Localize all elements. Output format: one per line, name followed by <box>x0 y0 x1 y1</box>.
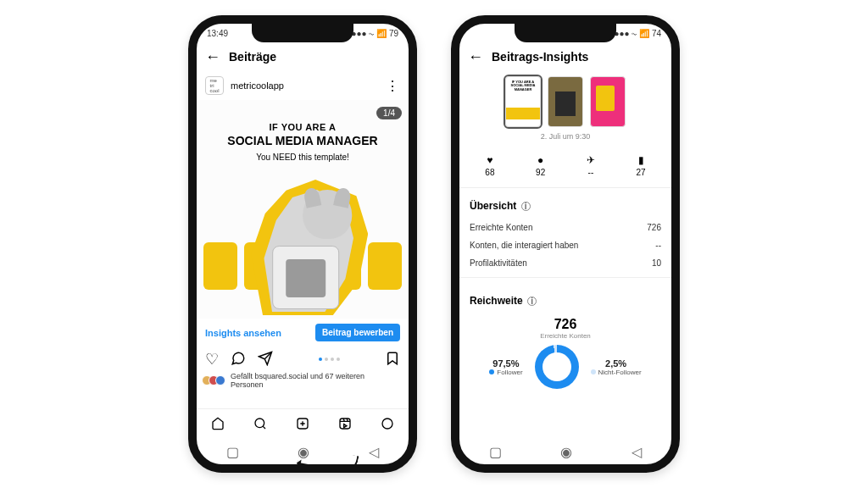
nav-recent-icon[interactable]: ▢ <box>489 444 502 460</box>
thumbnail-1[interactable]: IF YOU ARE A SOCIAL MEDIA MANAGER <box>505 76 541 127</box>
status-icons: ●●● ⏦ 📶 74 <box>614 29 661 38</box>
phone-left: 13:49 ●●● ⏦ 📶 79 ← Beiträge metricool me… <box>188 15 417 473</box>
bookmark-icon: ▮ <box>637 154 646 168</box>
info-icon[interactable]: i <box>527 297 537 306</box>
nav-home-icon[interactable]: ◉ <box>298 444 309 460</box>
post-heading-2: SOCIAL MEDIA MANAGER <box>197 134 409 147</box>
metric-comments: ● 92 <box>536 154 545 177</box>
likes-text: Gefällt bsquared.social und 67 weiteren <box>231 372 364 380</box>
home-icon[interactable] <box>211 417 225 432</box>
back-icon[interactable]: ← <box>468 49 483 64</box>
author-avatar[interactable]: metricool <box>205 76 224 95</box>
author-name[interactable]: metricoolapp <box>231 80 284 91</box>
likes-text-2: Personen <box>231 380 264 389</box>
metrics-row: ♥ 68 ● 92 ✈ -- ▮ 27 <box>459 149 671 188</box>
metric-saves: ▮ 27 <box>637 154 646 177</box>
heart-icon: ♥ <box>485 154 494 168</box>
comment-icon[interactable] <box>231 351 246 369</box>
share-icon: ✈ <box>587 154 595 168</box>
nav-recent-icon[interactable]: ▢ <box>226 444 239 460</box>
bookmark-icon[interactable] <box>385 351 400 369</box>
metric-shares: ✈ -- <box>587 154 595 177</box>
nav-back-icon[interactable]: ◁ <box>632 444 642 460</box>
reach-label: Erreichte Konten <box>459 332 671 340</box>
insights-content: IF YOU ARE A SOCIAL MEDIA MANAGER 2. Jul… <box>459 71 671 439</box>
nonfollower-pct: 2,5% Nicht-Follower <box>591 358 642 376</box>
phone-notch <box>252 24 353 42</box>
page-title: Beitrags-Insights <box>492 50 588 64</box>
overview-row-1: Erreichte Konten726 <box>459 219 671 236</box>
likes-summary[interactable]: Gefällt bsquared.social und 67 weiteren … <box>197 372 409 389</box>
post-content: metricool metricoolapp ⋮ 1/4 IF YOU ARE … <box>197 71 409 439</box>
reach-heading: Reichweite i <box>459 283 671 313</box>
svg-point-0 <box>255 419 264 428</box>
android-navbar: ▢ ◉ ◁ <box>197 439 409 464</box>
status-time: 13:49 <box>207 29 228 38</box>
nav-home-icon[interactable]: ◉ <box>560 444 572 460</box>
thumbnail-3[interactable] <box>590 76 626 127</box>
back-icon[interactable]: ← <box>205 49 220 64</box>
author-row[interactable]: metricool metricoolapp ⋮ <box>197 71 409 100</box>
follower-pct: 97,5% Follower <box>489 358 522 376</box>
post-date: 2. Juli um 9:30 <box>459 129 671 149</box>
phone-right: ●●● ⏦ 📶 74 ← Beitrags-Insights IF YOU AR… <box>451 15 680 473</box>
post-heading-1: IF YOU ARE A <box>197 122 409 132</box>
page-title: Beiträge <box>229 50 276 64</box>
search-icon[interactable] <box>253 417 267 432</box>
thumbnail-2[interactable] <box>548 76 583 127</box>
bottom-tabbar <box>197 408 409 439</box>
info-icon[interactable]: i <box>521 202 531 211</box>
create-icon[interactable] <box>296 417 309 432</box>
post-subheading: You NEED this template! <box>197 152 409 162</box>
view-insights-link[interactable]: Insights ansehen <box>205 328 281 338</box>
phone-notch <box>515 24 616 42</box>
status-icons: ●●● ⏦ 📶 79 <box>351 29 398 38</box>
reach-donut-chart: 97,5% Follower 2,5% Nicht-Follower <box>459 345 671 389</box>
dog-illustration <box>258 185 359 312</box>
overview-heading: Übersicht i <box>459 188 671 219</box>
nav-back-icon[interactable]: ◁ <box>369 444 379 460</box>
overview-row-3: Profilaktivitäten10 <box>459 254 671 272</box>
overview-row-2: Konten, die interagiert haben-- <box>459 236 671 254</box>
metric-likes: ♥ 68 <box>485 154 494 177</box>
post-image[interactable]: 1/4 IF YOU ARE A SOCIAL MEDIA MANAGER Yo… <box>197 100 409 319</box>
post-actions: ♡ <box>197 347 409 372</box>
divider <box>459 277 671 278</box>
page-header: ← Beitrags-Insights <box>459 42 671 71</box>
carousel-dots <box>285 358 373 361</box>
page-header: ← Beiträge <box>197 42 409 71</box>
share-icon[interactable] <box>258 351 273 369</box>
insights-row: Insights ansehen Beitrag bewerben <box>197 319 409 347</box>
promote-post-button[interactable]: Beitrag bewerben <box>315 324 400 341</box>
donut-icon <box>535 345 579 389</box>
comment-icon: ● <box>536 154 545 168</box>
reach-value: 726 <box>459 317 671 332</box>
more-icon[interactable]: ⋮ <box>386 78 400 94</box>
like-icon[interactable]: ♡ <box>205 350 219 369</box>
post-thumbnails: IF YOU ARE A SOCIAL MEDIA MANAGER <box>459 71 671 129</box>
reels-icon[interactable] <box>338 417 352 432</box>
svg-point-3 <box>382 419 392 429</box>
carousel-counter: 1/4 <box>376 107 402 119</box>
profile-icon[interactable] <box>381 417 394 432</box>
liker-avatars <box>205 375 225 385</box>
android-navbar: ▢ ◉ ◁ <box>459 439 671 464</box>
